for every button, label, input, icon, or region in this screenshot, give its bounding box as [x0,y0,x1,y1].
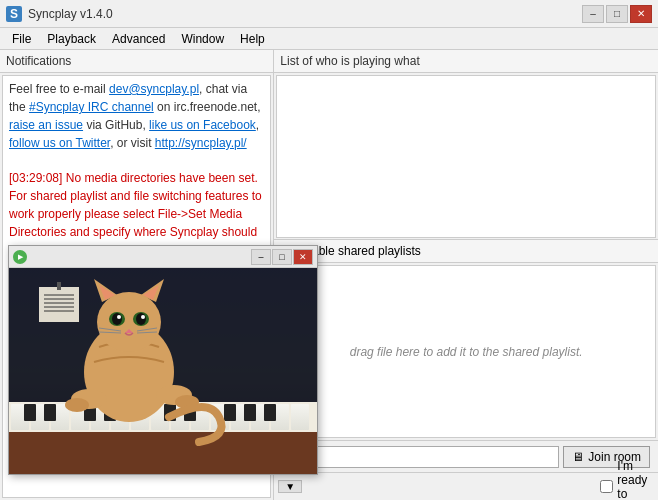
menu-bar: File Playback Advanced Window Help [0,28,658,50]
app-title: Syncplay v1.4.0 [28,7,113,21]
video-title-left: ▶ [13,250,27,264]
link-website[interactable]: http://syncplay.pl/ [155,136,247,150]
ready-label: I'm ready to watch! [617,459,652,501]
left-panel: Notifications Feel free to e-mail dev@sy… [0,50,274,500]
scroll-down-button[interactable]: ▼ [278,480,302,493]
video-maximize-button[interactable]: □ [272,249,292,265]
playlist-header: Enable shared playlists [274,240,658,263]
maximize-button[interactable]: □ [606,5,628,23]
right-top-section: List of who is playing what [274,50,658,240]
menu-help[interactable]: Help [232,30,273,48]
svg-point-41 [141,315,145,319]
ready-checkbox-container: I'm ready to watch! [600,459,652,501]
video-window: ▶ – □ ✕ [8,245,318,475]
window-controls: – □ ✕ [582,5,652,23]
svg-rect-57 [57,282,61,290]
menu-window[interactable]: Window [173,30,232,48]
title-bar: S Syncplay v1.4.0 – □ ✕ [0,0,658,28]
minimize-button[interactable]: – [582,5,604,23]
notifications-header: Notifications [0,50,273,73]
link-email[interactable]: dev@syncplay.pl [109,82,199,96]
menu-file[interactable]: File [4,30,39,48]
cat-piano-scene [9,268,317,474]
link-issue[interactable]: raise an issue [9,118,83,132]
svg-rect-3 [9,427,317,474]
video-title-bar: ▶ – □ ✕ [9,246,317,268]
server-input[interactable] [282,446,559,468]
video-play-icon: ▶ [13,250,27,264]
svg-point-40 [117,315,121,319]
playlist-section: Enable shared playlists drag file here t… [274,240,658,440]
ready-checkbox-area: I'm ready to watch! [594,459,658,501]
main-layout: Notifications Feel free to e-mail dev@sy… [0,50,658,500]
svg-point-39 [136,313,146,325]
list-body [276,75,656,238]
video-content [9,268,317,474]
menu-advanced[interactable]: Advanced [104,30,173,48]
ready-checkbox[interactable] [600,480,613,493]
video-controls: – □ ✕ [251,249,313,265]
svg-rect-21 [44,404,56,421]
app-icon: S [6,6,22,22]
svg-point-31 [97,292,161,352]
svg-rect-29 [264,404,276,421]
link-twitter[interactable]: follow us on Twitter [9,136,110,150]
menu-playback[interactable]: Playback [39,30,104,48]
svg-point-38 [112,313,122,325]
svg-rect-19 [291,404,309,430]
close-button[interactable]: ✕ [630,5,652,23]
scroll-down-area: ▼ [274,480,594,493]
list-header: List of who is playing what [274,50,658,73]
right-panel: List of who is playing what Enable share… [274,50,658,500]
ready-bar: ▼ I'm ready to watch! [274,472,658,500]
join-icon: 🖥 [572,450,584,464]
playlist-body: drag file here to add it to the shared p… [276,265,656,438]
video-close-button[interactable]: ✕ [293,249,313,265]
playlist-placeholder: drag file here to add it to the shared p… [350,345,583,359]
link-facebook[interactable]: like us on Facebook [149,118,256,132]
svg-point-48 [65,398,89,412]
link-irc[interactable]: #Syncplay IRC channel [29,100,154,114]
svg-rect-27 [224,404,236,421]
svg-rect-51 [39,287,79,322]
svg-rect-28 [244,404,256,421]
video-minimize-button[interactable]: – [251,249,271,265]
title-bar-left: S Syncplay v1.4.0 [6,6,113,22]
svg-rect-20 [24,404,36,421]
